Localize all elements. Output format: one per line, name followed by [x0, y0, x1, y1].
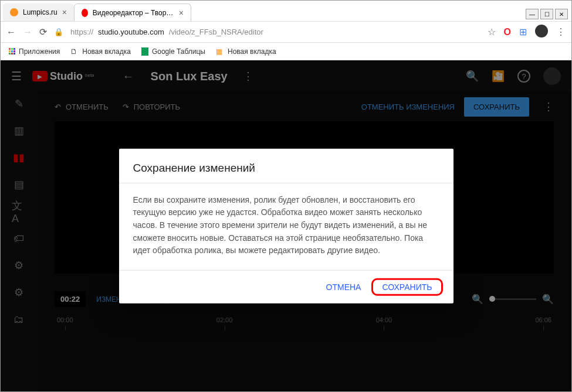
address-bar: ← → ⟳ 🔒 https://studio.youtube.com/video… — [1, 22, 571, 43]
minimize-button[interactable]: — — [526, 9, 539, 19]
apps-icon — [9, 48, 15, 54]
page-icon: 🗋 — [70, 47, 79, 56]
bookmark-label: Новая вкладка — [82, 47, 131, 56]
maximize-button[interactable]: ☐ — [540, 9, 553, 19]
url-path: /video/z_FFsb_NSRA/editor — [169, 28, 263, 36]
close-icon[interactable]: × — [179, 8, 184, 18]
bookmark-label: Google Таблицы — [152, 47, 205, 56]
dialog-footer: ОТМЕНА СОХРАНИТЬ — [119, 270, 453, 304]
bookmark-label: Приложения — [19, 47, 60, 56]
address-actions: ☆ O ⊞ ⋮ — [488, 25, 566, 40]
browser-tab-lumpics[interactable]: Lumpics.ru × — [3, 4, 74, 21]
sheets-icon — [141, 47, 148, 56]
close-button[interactable]: ✕ — [555, 9, 568, 19]
url-host: studio.youtube.com — [98, 28, 164, 36]
url-scheme: https:// — [70, 28, 93, 36]
lock-icon: 🔒 — [54, 28, 63, 36]
dialog-body: Если вы сохраните изменения, ролик будет… — [119, 183, 453, 270]
menu-icon[interactable]: ⋮ — [556, 26, 566, 38]
url-input[interactable]: https://studio.youtube.com/video/z_FFsb_… — [70, 28, 480, 36]
highlight-annotation: СОХРАНИТЬ — [371, 278, 442, 296]
avatar-icon[interactable] — [535, 25, 548, 40]
opera-icon[interactable]: O — [504, 27, 511, 38]
bookmarks-bar: Приложения 🗋 Новая вкладка Google Таблиц… — [1, 43, 571, 60]
forward-button[interactable]: → — [23, 27, 32, 38]
bookmark-item[interactable]: 🗋 Новая вкладка — [70, 47, 131, 56]
page-icon: ▦ — [216, 47, 224, 56]
favicon-icon — [10, 8, 18, 16]
save-changes-dialog: Сохранение изменений Если вы сохраните и… — [119, 148, 453, 303]
tab-title: Lumpics.ru — [23, 8, 57, 16]
bookmark-item[interactable]: ▦ Новая вкладка — [216, 47, 276, 56]
extension-icon[interactable]: ⊞ — [519, 26, 527, 38]
browser-titlebar: Lumpics.ru × Видеоредактор – Творческая … — [1, 1, 571, 22]
dialog-header: Сохранение изменений — [119, 148, 453, 183]
back-button[interactable]: ← — [6, 27, 16, 38]
tab-title: Видеоредактор – Творческая ст — [93, 9, 174, 17]
dialog-title: Сохранение изменений — [133, 161, 439, 174]
browser-tab-youtube[interactable]: Видеоредактор – Творческая ст × — [74, 4, 191, 21]
window-controls: — ☐ ✕ — [522, 7, 571, 21]
dialog-cancel-button[interactable]: ОТМЕНА — [319, 278, 368, 296]
bookmark-label: Новая вкладка — [228, 47, 276, 56]
youtube-studio-app: ☰ ▶ Studio beta ← Son Lux Easy ⋮ 🔍 🎦 ? ✎… — [1, 60, 571, 391]
dialog-save-button[interactable]: СОХРАНИТЬ — [375, 278, 439, 296]
favicon-icon — [82, 9, 88, 17]
apps-button[interactable]: Приложения — [9, 47, 60, 56]
close-icon[interactable]: × — [62, 8, 67, 17]
reload-button[interactable]: ⟳ — [39, 26, 47, 38]
star-icon[interactable]: ☆ — [488, 26, 496, 38]
bookmark-item[interactable]: Google Таблицы — [141, 47, 205, 56]
